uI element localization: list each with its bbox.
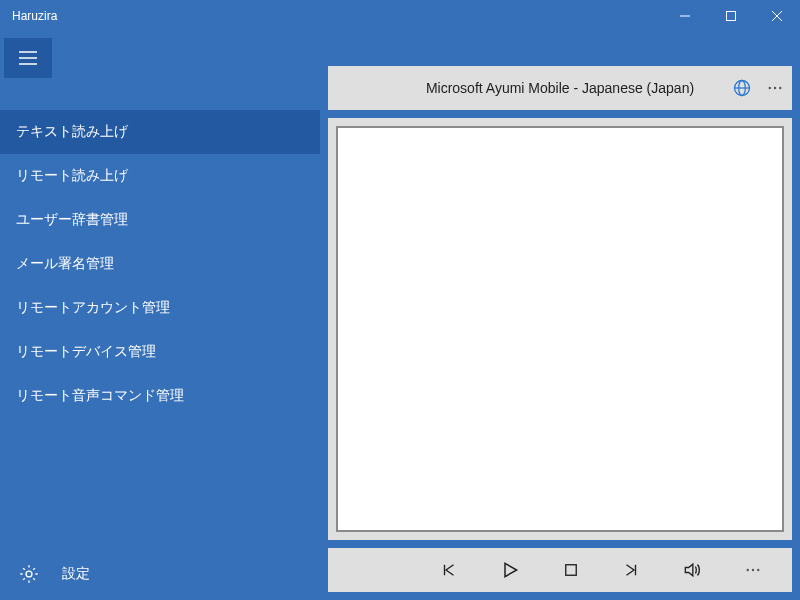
svg-point-11 [769,87,771,89]
globe-icon[interactable] [732,78,752,98]
nav-item-text-to-speech[interactable]: テキスト読み上げ [0,110,320,154]
nav-item-remote-account[interactable]: リモートアカウント管理 [0,286,320,330]
svg-marker-15 [505,563,517,576]
close-button[interactable] [754,0,800,32]
settings-label[interactable]: 設定 [62,565,90,583]
window-title: Haruzira [12,9,57,23]
hamburger-icon [19,51,37,65]
svg-point-19 [747,569,749,571]
play-icon[interactable] [500,560,520,580]
nav-item-label: リモート読み上げ [16,167,128,185]
more-icon[interactable] [766,79,784,97]
skip-forward-icon[interactable] [622,561,640,579]
nav-list: テキスト読み上げ リモート読み上げ ユーザー辞書管理 メール署名管理 リモートア… [0,110,320,548]
playback-bar [328,548,792,592]
nav-item-label: リモートアカウント管理 [16,299,170,317]
volume-icon[interactable] [682,560,702,580]
window-controls [662,0,800,32]
nav-item-label: ユーザー辞書管理 [16,211,128,229]
nav-item-remote-voice-command[interactable]: リモート音声コマンド管理 [0,374,320,418]
voice-label: Microsoft Ayumi Mobile - Japanese (Japan… [426,80,694,96]
text-area-border [336,126,784,532]
maximize-button[interactable] [708,0,754,32]
svg-marker-18 [685,564,693,576]
nav-item-remote-device[interactable]: リモートデバイス管理 [0,330,320,374]
skip-back-icon[interactable] [440,561,458,579]
text-input[interactable] [340,130,780,528]
svg-point-12 [774,87,776,89]
main-pane: Microsoft Ayumi Mobile - Japanese (Japan… [320,32,800,600]
minimize-button[interactable] [662,0,708,32]
nav-item-label: リモート音声コマンド管理 [16,387,184,405]
hamburger-button[interactable] [4,38,52,78]
nav-item-user-dictionary[interactable]: ユーザー辞書管理 [0,198,320,242]
svg-rect-16 [566,565,577,576]
nav-item-mail-signature[interactable]: メール署名管理 [0,242,320,286]
nav-item-label: メール署名管理 [16,255,114,273]
sidebar: テキスト読み上げ リモート読み上げ ユーザー辞書管理 メール署名管理 リモートア… [0,32,320,600]
gear-icon[interactable] [18,563,40,585]
titlebar: Haruzira [0,0,800,32]
svg-point-20 [752,569,754,571]
svg-point-21 [757,569,759,571]
svg-point-7 [26,571,32,577]
nav-item-remote-speech[interactable]: リモート読み上げ [0,154,320,198]
more-playback-icon[interactable] [744,561,762,579]
voice-bar: Microsoft Ayumi Mobile - Japanese (Japan… [328,66,792,110]
nav-item-label: テキスト読み上げ [16,123,128,141]
svg-rect-1 [727,12,736,21]
svg-point-13 [779,87,781,89]
nav-item-label: リモートデバイス管理 [16,343,156,361]
text-area-container [328,118,792,540]
sidebar-footer: 設定 [0,548,320,600]
stop-icon[interactable] [562,561,580,579]
